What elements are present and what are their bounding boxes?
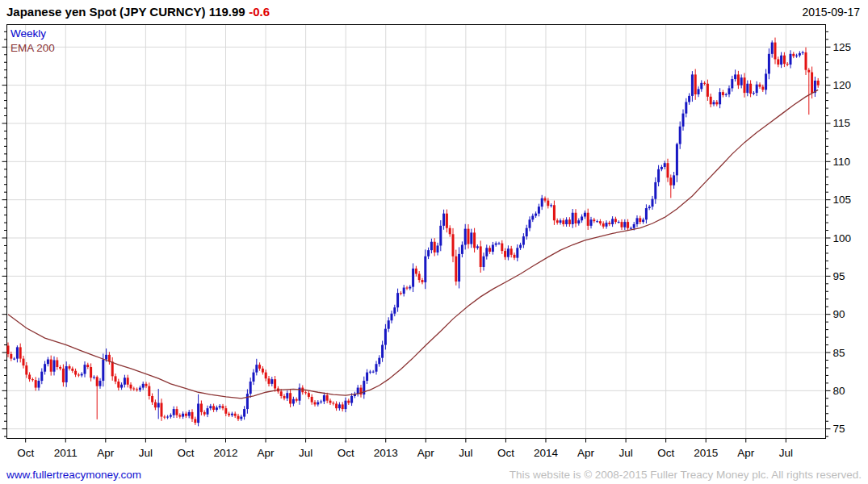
y-tick-label: 115: [833, 117, 851, 129]
y-tick-label: 95: [833, 270, 845, 282]
ema-line: [8, 90, 818, 398]
footer: www.fullertreacymoney.com This website i…: [6, 466, 862, 481]
x-tick-label: 2012: [213, 447, 237, 459]
y-tick-label: 105: [833, 194, 852, 206]
x-tick-label: 2015: [694, 447, 718, 459]
x-tick-label: Jul: [779, 447, 793, 459]
x-tick-label: Apr: [97, 447, 115, 459]
x-tick-label: Oct: [17, 447, 34, 459]
candlestick-chart[interactable]: Oct2011AprJulOct2012AprJulOct2013AprJulO…: [0, 0, 868, 484]
x-tick-label: Apr: [577, 447, 595, 459]
website-link[interactable]: www.fullertreacymoney.com: [6, 469, 141, 481]
x-tick-label: 2014: [534, 447, 559, 459]
x-tick-label: Oct: [177, 447, 194, 459]
y-tick-label: 80: [833, 385, 845, 397]
chart-page: Japanese yen Spot (JPY CURNCY) 119.99 -0…: [0, 0, 868, 484]
gridlines: [7, 25, 826, 439]
legend-ema-200-label: EMA 200: [10, 41, 55, 56]
x-tick-label: 2011: [54, 447, 78, 459]
x-tick-label: Apr: [737, 447, 755, 459]
x-tick-label: 2013: [374, 447, 398, 459]
x-tick-label: Oct: [338, 447, 354, 459]
y-tick-label: 90: [833, 308, 845, 320]
y-tick-label: 75: [833, 423, 845, 435]
x-tick-label: Oct: [657, 447, 674, 459]
x-tick-label: Jul: [299, 447, 312, 459]
x-tick-label: Jul: [619, 447, 632, 459]
y-tick-label: 120: [833, 79, 852, 91]
y-tick-label: 85: [833, 347, 845, 359]
y-tick-label: 125: [833, 41, 852, 53]
y-tick-label: 100: [833, 232, 852, 244]
x-tick-label: Apr: [417, 447, 435, 459]
x-tick-label: Jul: [459, 447, 472, 459]
copyright-text: This website is © 2008-2015 Fuller Treac…: [509, 469, 862, 481]
x-tick-label: Oct: [497, 447, 514, 459]
y-tick-label: 110: [833, 156, 851, 168]
legend-weekly-label: Weekly: [10, 27, 55, 41]
legend: Weekly EMA 200: [10, 27, 55, 56]
x-tick-label: Jul: [139, 447, 153, 459]
x-tick-label: Apr: [258, 447, 275, 459]
